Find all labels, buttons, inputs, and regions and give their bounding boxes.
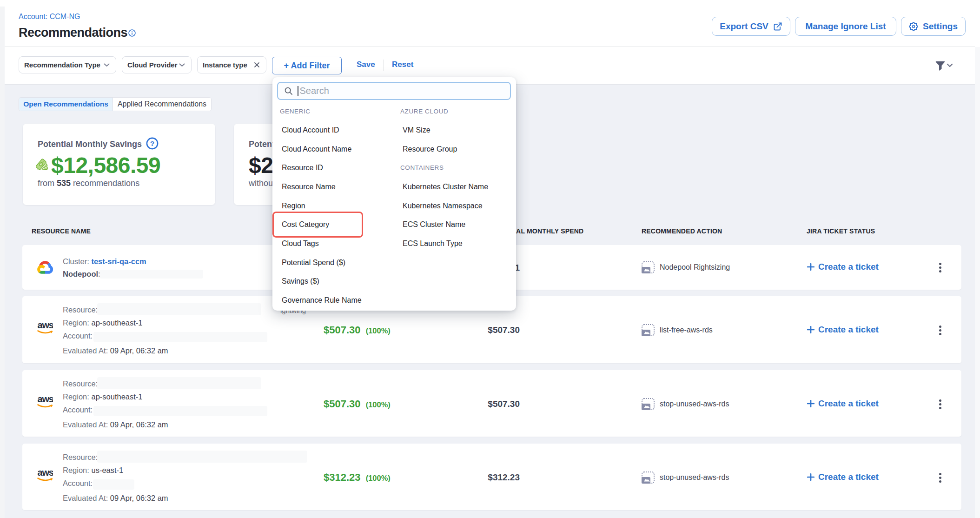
svg-text:aws: aws [38, 468, 53, 478]
svg-text:aws: aws [38, 395, 53, 404]
svg-text:aws: aws [38, 321, 53, 330]
svg-text:?: ? [150, 139, 154, 147]
